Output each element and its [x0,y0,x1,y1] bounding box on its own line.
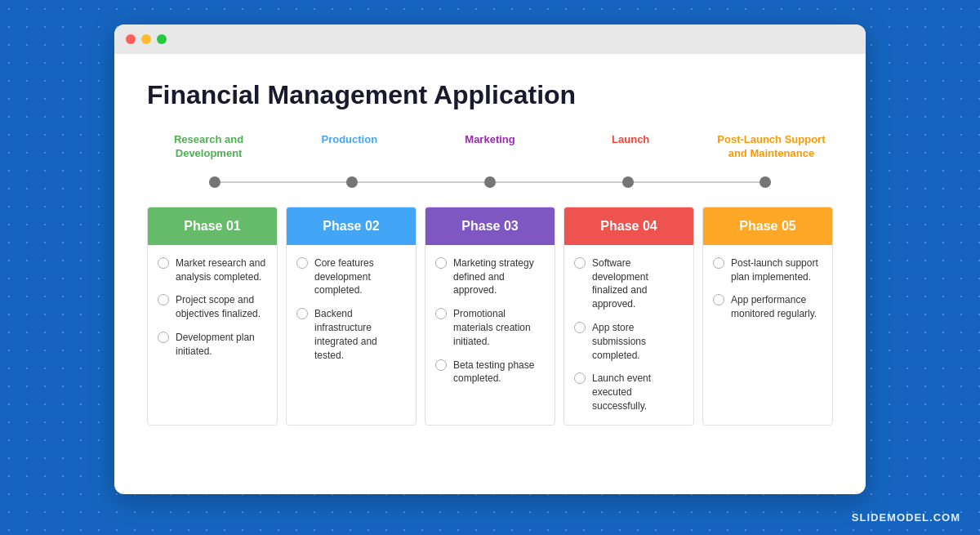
phase-header-phase02: Phase 02 [287,207,416,245]
timeline-dot-4 [622,176,634,188]
item-circle-icon [296,257,308,269]
minimize-icon[interactable] [141,34,151,44]
timeline-wrapper: Research and DevelopmentProductionMarket… [147,133,833,426]
item-text: Market research and analysis completed. [176,256,267,284]
page-title: Financial Management Application [147,80,833,110]
timeline-line-wrapper [147,174,833,190]
phase-card-phase02: Phase 02Core features development comple… [286,207,416,426]
list-item: Core features development completed. [296,256,406,297]
list-item: Market research and analysis completed. [158,256,267,284]
list-item: Marketing strategy defined and approved. [435,256,545,297]
list-item: Software development finalized and appro… [574,256,684,311]
phase-card-phase05: Phase 05Post-launch support plan impleme… [702,207,833,426]
phase-body-phase05: Post-launch support plan implemented.App… [703,245,832,332]
phase-label-phase02: Production [287,133,411,161]
phase-label-phase01: Research and Development [147,133,270,161]
item-circle-icon [574,257,586,269]
phase-label-phase03: Marketing [428,133,551,161]
list-item: Backend infrastructure integrated and te… [296,307,406,362]
timeline-dot-3 [484,176,496,188]
timeline-dot-5 [760,176,771,188]
item-text: Core features development completed. [314,256,406,297]
item-circle-icon [435,308,447,319]
phase-card-phase03: Phase 03Marketing strategy defined and a… [425,207,555,426]
list-item: Development plan initiated. [158,331,267,359]
maximize-icon[interactable] [157,34,167,44]
title-bar [114,25,866,54]
phase-body-phase03: Marketing strategy defined and approved.… [425,245,555,397]
browser-window: Financial Management Application Researc… [114,25,866,494]
phase-header-phase04: Phase 04 [564,207,693,245]
phase-labels-row: Research and DevelopmentProductionMarket… [147,133,833,161]
item-circle-icon [158,332,169,343]
close-icon[interactable] [126,34,136,44]
phase-body-phase01: Market research and analysis completed.P… [148,245,277,370]
timeline-dot-1 [209,176,220,188]
item-text: Launch event executed successfully. [592,372,684,412]
watermark: SLIDEMODEL.COM [852,511,960,524]
item-circle-icon [296,308,308,319]
item-text: Software development finalized and appro… [592,256,684,311]
phase-card-phase04: Phase 04Software development finalized a… [564,207,694,426]
phase-body-phase04: Software development finalized and appro… [564,245,693,425]
phase-header-phase01: Phase 01 [148,207,277,245]
timeline-dot-2 [346,176,358,188]
phase-label-phase05: Post-Launch Support and Maintenance [710,133,833,161]
main-content: Financial Management Application Researc… [114,54,866,465]
item-text: App store submissions completed. [592,321,684,362]
item-text: Promotional materials creation initiated… [453,307,545,348]
timeline-dots [147,176,833,188]
item-circle-icon [435,359,447,371]
list-item: App store submissions completed. [574,321,684,362]
item-circle-icon [435,257,447,269]
phase-label-phase04: Launch [569,133,693,161]
item-circle-icon [713,257,724,269]
phase-card-phase01: Phase 01Market research and analysis com… [147,207,278,426]
item-circle-icon [574,322,586,333]
item-text: Beta testing phase completed. [453,359,545,386]
item-text: Backend infrastructure integrated and te… [314,307,406,362]
phase-header-phase03: Phase 03 [425,207,555,245]
list-item: Launch event executed successfully. [574,372,684,412]
phase-body-phase02: Core features development completed.Back… [287,245,416,374]
list-item: App performance monitored regularly. [713,293,822,321]
phase-header-phase05: Phase 05 [703,207,832,245]
list-item: Project scope and objectives finalized. [158,293,267,321]
list-item: Beta testing phase completed. [435,359,545,386]
item-text: Development plan initiated. [176,331,267,359]
item-circle-icon [158,257,169,269]
phases-container: Phase 01Market research and analysis com… [147,207,833,426]
item-circle-icon [713,294,724,305]
list-item: Promotional materials creation initiated… [435,307,545,348]
item-text: Post-launch support plan implemented. [731,256,822,284]
item-circle-icon [158,294,169,305]
list-item: Post-launch support plan implemented. [713,256,822,284]
item-text: Project scope and objectives finalized. [176,293,267,321]
item-text: App performance monitored regularly. [731,293,822,321]
item-text: Marketing strategy defined and approved. [453,256,545,297]
item-circle-icon [574,372,586,384]
